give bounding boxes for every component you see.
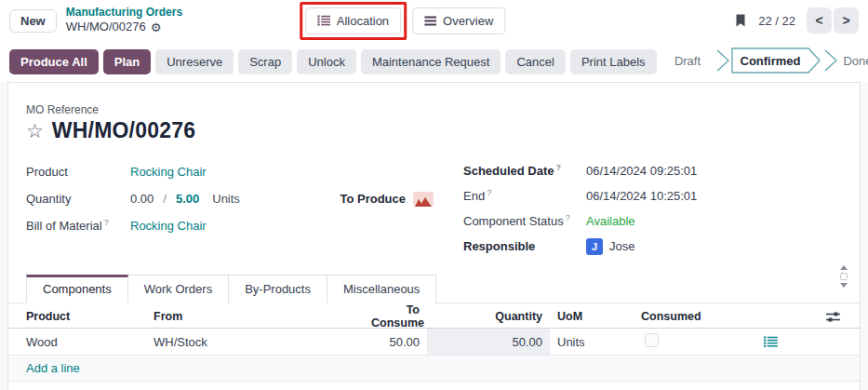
pager-next-button[interactable]: >	[834, 7, 859, 34]
quantity-label: Quantity	[26, 192, 130, 206]
scheduled-date-value[interactable]: 06/14/2024 09:25:01	[586, 164, 697, 178]
statusbar-chevron-icon	[825, 50, 836, 71]
responsible-label: Responsible	[463, 239, 586, 253]
action-bar: Produce All Plan Unreserve Scrap Unlock …	[0, 41, 868, 82]
tab-components[interactable]: Components	[26, 275, 128, 303]
overview-label: Overview	[443, 14, 493, 28]
bars-icon	[424, 16, 436, 26]
tab-work-orders[interactable]: Work Orders	[128, 275, 229, 303]
to-produce-label: To Produce	[340, 192, 406, 206]
notebook-tabs: Components Work Orders By-Products Misce…	[8, 275, 860, 303]
scroll-handle-icon[interactable]	[840, 273, 848, 280]
tab-miscellaneous[interactable]: Miscellaneous	[327, 275, 436, 303]
help-icon: ?	[566, 213, 570, 222]
add-a-line-link[interactable]: Add a line	[26, 361, 80, 375]
quantity-uom: Units	[212, 192, 240, 206]
allocation-button[interactable]: Allocation	[305, 7, 401, 34]
end-label: End?	[463, 188, 586, 203]
end-field: End? 06/14/2024 10:25:01	[463, 183, 841, 208]
left-column: Product Rocking Chair Quantity 0.00 / 5.…	[26, 158, 435, 259]
cell-to-consume[interactable]: 50.00	[371, 335, 427, 349]
breadcrumb-current: WH/MO/00276	[66, 20, 146, 34]
bom-value-link[interactable]: Rocking Chair	[130, 219, 207, 233]
scroll-up-icon[interactable]	[840, 265, 848, 270]
pager-counter: 22 / 22	[758, 14, 795, 28]
quantity-separator: /	[163, 192, 167, 206]
components-table: Product From To Consume Quantity UoM Con…	[8, 303, 860, 382]
bom-field: Bill of Material? Rocking Chair	[26, 212, 435, 239]
mo-reference-label: MO Reference	[26, 103, 841, 116]
annotation-highlight-box: Allocation	[300, 2, 407, 40]
right-column: Scheduled Date? 06/14/2024 09:25:01 End?…	[463, 158, 841, 259]
cell-quantity[interactable]: 50.00	[427, 329, 550, 355]
responsible-field: Responsible J Jose	[463, 234, 841, 259]
help-icon: ?	[487, 188, 491, 197]
cell-product[interactable]: Wood	[8, 335, 154, 349]
statusbar: Draft Confirmed Done	[661, 47, 868, 77]
header-quantity: Quantity	[427, 310, 550, 323]
header-product: Product	[8, 310, 154, 323]
component-status-field: Component Status? Available	[463, 208, 841, 234]
produce-all-button[interactable]: Produce All	[9, 49, 99, 74]
header-uom: UoM	[550, 310, 634, 323]
quantity-produced[interactable]: 0.00	[130, 192, 154, 206]
pager-previous-button[interactable]: <	[807, 7, 832, 34]
breadcrumb-parent-link[interactable]: Manufacturing Orders	[66, 6, 182, 20]
list-icon	[317, 15, 330, 26]
statusbar-draft[interactable]: Draft	[674, 53, 701, 67]
table-header-row: Product From To Consume Quantity UoM Con…	[8, 303, 860, 329]
move-details-icon[interactable]	[762, 334, 780, 349]
overview-button[interactable]: Overview	[412, 7, 505, 34]
header-to-consume: To Consume	[371, 303, 427, 329]
optional-columns-icon[interactable]	[824, 309, 842, 325]
responsible-value[interactable]: Jose	[609, 239, 634, 253]
table-row: Wood WH/Stock 50.00 50.00 Units	[8, 329, 860, 356]
product-field: Product Rocking Chair	[26, 158, 435, 185]
field-grid: Product Rocking Chair Quantity 0.00 / 5.…	[26, 158, 841, 259]
quantity-to-produce[interactable]: 5.00	[176, 192, 199, 206]
component-status-value: Available	[586, 214, 635, 228]
new-button[interactable]: New	[9, 9, 57, 33]
product-value-link[interactable]: Rocking Chair	[130, 165, 207, 179]
product-label: Product	[26, 165, 130, 179]
bom-label: Bill of Material?	[26, 218, 130, 233]
control-panel: New Manufacturing Orders WH/MO/00276 ⚙ A…	[0, 0, 868, 41]
cancel-button[interactable]: Cancel	[505, 49, 565, 74]
page-title: WH/MO/00276	[52, 118, 195, 143]
statusbar-chevron-icon	[717, 50, 728, 71]
scroll-down-icon[interactable]	[840, 283, 848, 288]
component-status-label: Component Status?	[463, 213, 586, 228]
help-icon: ?	[556, 163, 562, 172]
statusbar-done[interactable]: Done	[843, 53, 868, 67]
maintenance-request-button[interactable]: Maintenance Request	[361, 49, 501, 74]
view-switcher: Allocation Overview	[300, 2, 506, 40]
pager-area: 22 / 22 < >	[734, 7, 859, 34]
avatar[interactable]: J	[586, 238, 603, 255]
statusbar-confirmed[interactable]: Confirmed	[740, 53, 800, 67]
header-from: From	[154, 310, 371, 323]
header-consumed: Consumed	[634, 310, 736, 323]
scroll-widget[interactable]	[840, 265, 848, 288]
plan-button[interactable]: Plan	[103, 49, 151, 74]
print-labels-button[interactable]: Print Labels	[570, 49, 657, 74]
tab-by-products[interactable]: By-Products	[229, 275, 327, 303]
allocation-label: Allocation	[337, 14, 389, 28]
forecast-chart-icon[interactable]	[413, 192, 434, 207]
quantity-field: Quantity 0.00 / 5.00 Units To Produce	[26, 185, 435, 212]
form-sheet: MO Reference ☆ WH/MO/00276 Product Rocki…	[7, 82, 861, 390]
scheduled-date-label: Scheduled Date?	[463, 163, 586, 178]
consumed-checkbox[interactable]	[645, 333, 659, 347]
gear-icon[interactable]: ⚙	[151, 21, 162, 34]
help-icon: ?	[104, 218, 109, 227]
scrap-button[interactable]: Scrap	[238, 49, 292, 74]
cell-uom[interactable]: Units	[550, 335, 634, 349]
unreserve-button[interactable]: Unreserve	[155, 49, 234, 74]
favorite-star-icon[interactable]: ☆	[26, 121, 44, 141]
bookmark-icon[interactable]	[734, 13, 747, 28]
scheduled-date-field: Scheduled Date? 06/14/2024 09:25:01	[463, 158, 841, 183]
unlock-button[interactable]: Unlock	[297, 49, 356, 74]
end-value[interactable]: 06/14/2024 10:25:01	[586, 189, 697, 203]
cell-from[interactable]: WH/Stock	[154, 335, 371, 349]
breadcrumb: Manufacturing Orders WH/MO/00276 ⚙	[66, 6, 182, 34]
